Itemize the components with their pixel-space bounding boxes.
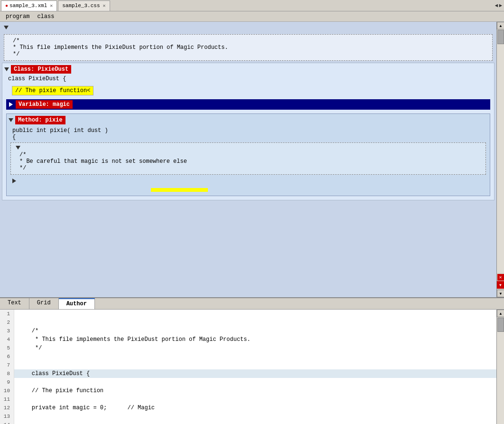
line-content-9 <box>14 378 21 386</box>
line-content-14 <box>14 421 21 424</box>
code-line-9: 9 <box>0 378 496 386</box>
line-num-8: 8 <box>0 369 14 378</box>
expand-top[interactable] <box>4 26 9 29</box>
menu-class[interactable]: class <box>33 12 58 21</box>
bottom-scroll-track <box>497 317 504 424</box>
code-line-4: 4 * This file implements the PixieDust p… <box>0 335 496 344</box>
line-content-7 <box>14 361 21 369</box>
code-line-8: 8 class PixieDust { <box>0 369 496 378</box>
line-num-9: 9 <box>0 378 14 386</box>
code-scroll-area: 1 2 3 /* 4 * This file implements the <box>0 310 496 424</box>
line-content-11 <box>14 395 21 404</box>
variable-label: Variable: magic <box>16 100 73 109</box>
scroll-track-structure <box>497 29 504 273</box>
inner-comment-box: /* * Be careful that magic is not set so… <box>10 142 486 175</box>
tab-grid[interactable]: Grid <box>29 298 59 309</box>
class-triangle[interactable] <box>4 67 9 71</box>
method-label: Method: pixie <box>15 116 65 124</box>
tab-author[interactable]: Author <box>59 298 95 309</box>
inner-comment-1: /* <box>16 151 481 158</box>
tab-nav-arrows: ◄ ► <box>495 3 504 9</box>
highlight-bar <box>151 188 208 192</box>
variable-bar: Variable: magic <box>6 99 490 110</box>
line-content-2 <box>14 318 21 327</box>
scroll-thumb-structure[interactable] <box>497 30 504 44</box>
bottom-scrollbar[interactable]: ▲ ▼ <box>496 310 504 424</box>
line-num-3: 3 <box>0 327 14 335</box>
inner-comment-3: */ <box>16 165 481 171</box>
code-line-12: 12 private int magic = 0; // Magic <box>0 404 496 412</box>
comment-dashed-box: /* * This file implements the PixieDust … <box>4 34 493 61</box>
line-content-4: * This file implements the PixieDust por… <box>14 335 251 344</box>
menu-program[interactable]: program <box>2 12 33 21</box>
tab-close-xml[interactable]: ✕ <box>50 3 53 9</box>
bottom-tabs: Text Grid Author <box>0 298 504 310</box>
structure-pane: /* * This file implements the PixieDust … <box>0 22 504 298</box>
code-line-7: 7 <box>0 361 496 369</box>
class-code: class PixieDust { <box>4 75 492 82</box>
tab-sample-xml[interactable]: ● sample_3.xml ✕ <box>1 0 57 11</box>
scroll-down-btn[interactable]: ▼ <box>497 290 504 297</box>
method-triangle[interactable] <box>9 118 13 122</box>
inner-triangle-row <box>16 146 481 150</box>
comment-label: // The pixie function< <box>12 86 93 95</box>
bottom-scroll-up[interactable]: ▲ <box>497 310 504 317</box>
bottom-scroll-thumb[interactable] <box>497 318 504 332</box>
bottom-content: 1 2 3 /* 4 * This file implements the <box>0 310 504 424</box>
line-content-12: private int magic = 0; // Magic <box>14 404 155 412</box>
tab-sample-css[interactable]: sample_3.css ✕ <box>58 0 110 11</box>
top-triangle[interactable] <box>0 24 496 32</box>
code-line-2: 2 <box>0 318 496 327</box>
structure-content: /* * This file implements the PixieDust … <box>0 22 496 297</box>
bottom-triangle[interactable] <box>12 179 16 183</box>
yellow-highlight-bar <box>151 187 488 194</box>
bottom-triangle-row <box>9 177 488 187</box>
scroll-close-btn[interactable]: ✕ <box>497 274 504 281</box>
line-num-1: 1 <box>0 310 14 318</box>
tab-nav-right[interactable]: ► <box>499 3 502 9</box>
line-content-1 <box>14 310 21 318</box>
comment-line-1: /* <box>9 38 487 44</box>
code-line-1: 1 <box>0 310 496 318</box>
tab-close-css[interactable]: ✕ <box>103 3 105 9</box>
code-line-11: 11 <box>0 395 496 404</box>
main-container: /* * This file implements the PixieDust … <box>0 22 504 424</box>
method-brace: { <box>9 134 488 141</box>
class-block: Class: PixieDust class PixieDust { // Th… <box>2 63 495 200</box>
line-num-4: 4 <box>0 335 14 344</box>
scroll-down-btn-red[interactable]: ▼ <box>497 281 504 289</box>
comment-line-2: * This file implements the PixieDust por… <box>9 44 487 51</box>
line-num-7: 7 <box>0 361 14 369</box>
class-header: Class: PixieDust <box>4 65 492 74</box>
code-line-5: 5 */ <box>0 344 496 352</box>
menu-bar: program class <box>0 11 504 22</box>
bottom-pane: Text Grid Author 1 2 3 <box>0 298 504 424</box>
scroll-up-btn[interactable]: ▲ <box>497 22 504 29</box>
method-block: Method: pixie public int pixie( int dust… <box>6 113 490 196</box>
tab-nav-left[interactable]: ◄ <box>495 3 498 9</box>
code-line-6: 6 <box>0 352 496 361</box>
inner-triangle[interactable] <box>16 146 20 150</box>
line-num-6: 6 <box>0 352 14 361</box>
line-content-5: */ <box>14 344 42 352</box>
comment-label-wrapper: // The pixie function< <box>12 86 492 95</box>
tab-bar: ● sample_3.xml ✕ sample_3.css ✕ ◄ ► <box>0 0 504 11</box>
scroll-extra-btns: ✕ ▼ <box>497 273 504 290</box>
line-num-2: 2 <box>0 318 14 327</box>
line-content-3: /* <box>14 327 38 335</box>
line-num-5: 5 <box>0 344 14 352</box>
tab-label-css: sample_3.css <box>62 3 100 9</box>
line-content-6 <box>14 352 21 361</box>
line-content-13 <box>14 412 21 421</box>
comment-line-3: */ <box>9 51 487 57</box>
line-num-10: 10 <box>0 386 14 395</box>
structure-scrollbar[interactable]: ▲ ✕ ▼ ▼ <box>496 22 504 297</box>
method-code: public int pixie( int dust ) <box>9 127 488 134</box>
line-content-8: class PixieDust { <box>14 369 90 378</box>
line-content-10: // The pixie function <box>14 386 103 395</box>
tab-text[interactable]: Text <box>0 298 29 309</box>
line-num-11: 11 <box>0 395 14 404</box>
method-header: Method: pixie <box>9 116 488 124</box>
tab-label-xml: sample_3.xml <box>9 3 47 9</box>
variable-triangle[interactable] <box>9 102 13 107</box>
